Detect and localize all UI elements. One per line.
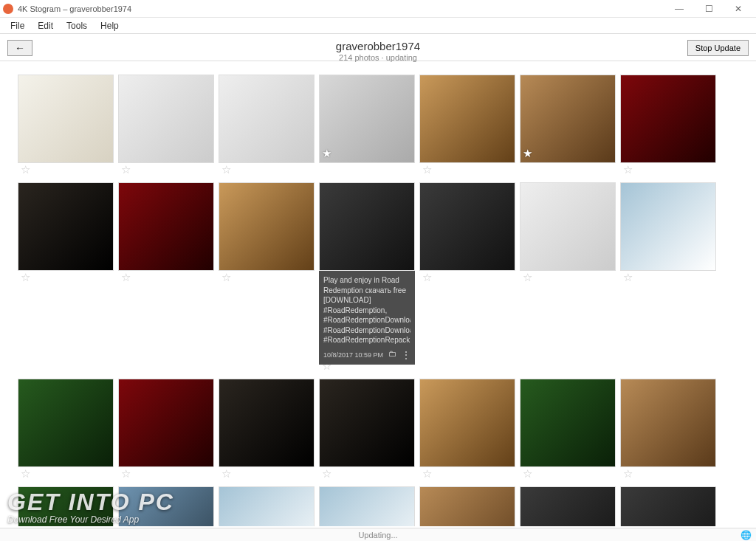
photo-tile[interactable]: ☆ [520, 182, 616, 286]
status-text: Updating... [358, 531, 397, 540]
photo-thumbnail[interactable] [18, 486, 114, 526]
photo-thumbnail[interactable] [620, 182, 716, 271]
menu-help[interactable]: Help [94, 19, 125, 32]
star-icon[interactable]: ☆ [221, 271, 231, 284]
photo-thumbnail[interactable] [520, 182, 616, 271]
maximize-button[interactable]: ☐ [694, 1, 724, 17]
star-icon[interactable]: ☆ [322, 467, 331, 480]
photo-tile[interactable]: ☆ [419, 379, 515, 482]
photo-thumbnail[interactable] [520, 486, 616, 526]
photo-hover-card: Play and enjoy in Road Redemption скачат… [319, 271, 415, 365]
photo-thumbnail[interactable] [419, 75, 515, 163]
photo-tile[interactable]: ☆ [18, 486, 114, 526]
star-icon[interactable]: ☆ [523, 271, 532, 284]
hover-timestamp: 10/8/2017 10:59 PM [323, 351, 383, 359]
photo-tile[interactable]: ☆ [319, 379, 415, 482]
photo-thumbnail[interactable] [620, 75, 716, 163]
photo-tile[interactable]: ★ [319, 75, 415, 178]
star-icon[interactable]: ★ [322, 147, 331, 160]
photo-tile[interactable]: ☆ [419, 486, 515, 526]
star-icon[interactable]: ☆ [21, 163, 30, 176]
page-header: ← graverobber1974 214 photos · updating … [0, 34, 756, 61]
photo-thumbnail[interactable] [319, 486, 415, 526]
star-icon[interactable]: ☆ [422, 163, 432, 176]
photo-grid: ☆☆☆★☆★☆☆☆☆☆Play and enjoy in Road Redemp… [18, 75, 738, 526]
more-options-icon[interactable]: ⋮ [401, 348, 410, 362]
photo-tile[interactable]: ☆ [219, 182, 315, 286]
close-button[interactable]: ✕ [724, 1, 753, 17]
app-icon [3, 4, 13, 14]
photo-tile[interactable]: ☆ [520, 379, 616, 482]
star-icon[interactable]: ☆ [422, 467, 432, 480]
photo-thumbnail[interactable] [620, 379, 716, 467]
star-icon[interactable]: ☆ [21, 467, 30, 480]
photo-tile[interactable]: ☆ [18, 75, 114, 178]
open-folder-icon[interactable]: 🗀 [388, 348, 396, 362]
star-icon[interactable]: ☆ [121, 163, 131, 176]
stop-update-button[interactable]: Stop Update [687, 40, 749, 56]
star-icon[interactable]: ☆ [623, 163, 633, 176]
star-icon[interactable]: ☆ [623, 467, 633, 480]
photo-thumbnail[interactable] [18, 182, 114, 271]
photo-thumbnail[interactable] [520, 379, 616, 467]
photo-thumbnail[interactable] [620, 486, 716, 526]
star-icon[interactable]: ☆ [221, 467, 231, 480]
photo-tile[interactable]: ☆ [18, 379, 114, 482]
photo-thumbnail[interactable] [319, 75, 415, 163]
photo-tile[interactable]: ☆ [118, 75, 214, 178]
titlebar: 4K Stogram – graverobber1974 — ☐ ✕ [0, 0, 756, 18]
star-icon[interactable]: ☆ [221, 163, 231, 176]
photo-grid-scroll[interactable]: ☆☆☆★☆★☆☆☆☆☆Play and enjoy in Road Redemp… [0, 70, 752, 526]
photo-tile[interactable]: ☆ [18, 182, 114, 286]
window-controls: — ☐ ✕ [664, 1, 753, 17]
photo-thumbnail[interactable] [118, 75, 214, 163]
back-button[interactable]: ← [7, 40, 32, 56]
photo-thumbnail[interactable] [319, 379, 415, 467]
photo-tile[interactable]: ☆ [319, 486, 415, 526]
hover-meta: 10/8/2017 10:59 PM🗀⋮ [323, 348, 410, 362]
menu-tools[interactable]: Tools [61, 19, 93, 32]
photo-thumbnail[interactable] [118, 379, 214, 467]
star-icon[interactable]: ☆ [121, 467, 131, 480]
star-icon[interactable]: ☆ [623, 271, 633, 284]
photo-thumbnail[interactable] [419, 182, 515, 271]
photo-thumbnail[interactable] [118, 182, 214, 271]
star-icon[interactable]: ☆ [21, 271, 30, 284]
header-center: graverobber1974 214 photos · updating [336, 40, 420, 62]
photo-tile[interactable]: ☆ [620, 182, 716, 286]
photo-thumbnail[interactable] [118, 486, 214, 526]
menu-file[interactable]: File [4, 19, 30, 32]
photo-tile[interactable]: ☆ [118, 182, 214, 286]
photo-thumbnail[interactable] [419, 379, 515, 467]
photo-thumbnail[interactable] [219, 379, 315, 467]
photo-tile[interactable]: ☆ [520, 486, 616, 526]
star-icon[interactable]: ☆ [121, 271, 131, 284]
globe-icon[interactable]: 🌐 [740, 530, 752, 540]
menu-edit[interactable]: Edit [32, 19, 59, 32]
photo-tile[interactable]: ☆ [620, 75, 716, 178]
star-icon[interactable]: ☆ [523, 467, 532, 480]
photo-thumbnail[interactable] [520, 75, 616, 163]
photo-tile[interactable]: ☆ [118, 379, 214, 482]
minimize-button[interactable]: — [664, 1, 694, 17]
photo-tile[interactable]: ☆ [620, 379, 716, 482]
photo-tile[interactable]: ☆ [219, 75, 315, 178]
star-icon[interactable]: ★ [523, 147, 532, 160]
photo-tile[interactable]: ☆ [419, 75, 515, 178]
photo-thumbnail[interactable] [219, 182, 315, 271]
photo-thumbnail[interactable] [219, 75, 315, 163]
star-icon[interactable]: ☆ [422, 271, 432, 284]
photo-tile[interactable]: ☆ [219, 379, 315, 482]
photo-thumbnail[interactable] [319, 182, 415, 271]
photo-thumbnail[interactable] [18, 379, 114, 467]
photo-tile[interactable]: ☆Play and enjoy in Road Redemption скача… [319, 182, 415, 374]
photo-thumbnail[interactable] [419, 486, 515, 526]
photo-tile[interactable]: ☆ [118, 486, 214, 526]
photo-tile[interactable]: ★ [520, 75, 616, 178]
photo-thumbnail[interactable] [219, 486, 315, 526]
photo-tile[interactable]: ☆ [419, 182, 515, 286]
photo-tile[interactable]: ☆ [620, 486, 716, 526]
photo-thumbnail[interactable] [18, 75, 114, 163]
hover-caption: Play and enjoy in Road Redemption скачат… [323, 275, 410, 345]
photo-tile[interactable]: ☆ [219, 486, 315, 526]
